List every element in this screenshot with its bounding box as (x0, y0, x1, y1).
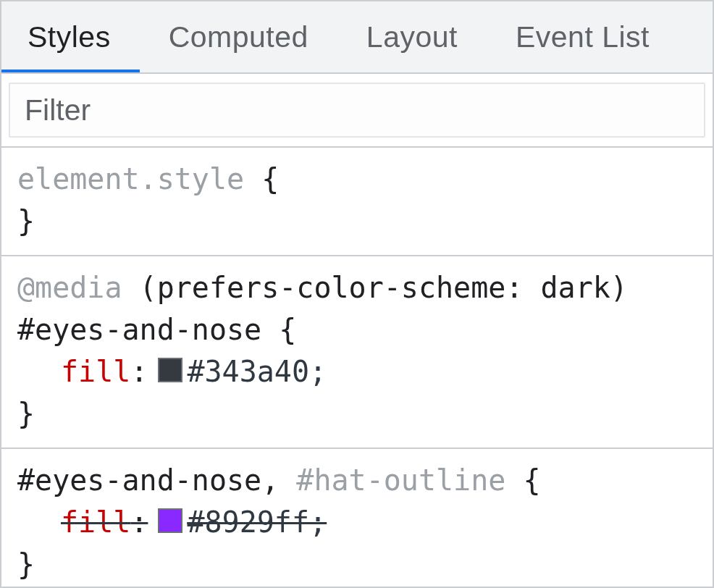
rule-selector[interactable]: #eyes-and-nose (17, 313, 261, 346)
media-line: @media (prefers-color-scheme: dark) (17, 266, 697, 308)
semicolon: ; (309, 350, 327, 392)
filter-bar (1, 74, 713, 148)
css-property[interactable]: fill (61, 501, 130, 543)
css-declaration-overridden[interactable]: fill: #8929ff; (17, 501, 697, 543)
style-rules: element.style { } @media (prefers-color-… (1, 148, 713, 587)
semicolon: ; (309, 501, 327, 543)
tab-computed[interactable]: Computed (140, 1, 337, 72)
colon: : (130, 501, 148, 543)
colon: : (130, 350, 148, 392)
tab-styles[interactable]: Styles (1, 1, 140, 72)
filter-input[interactable] (9, 83, 705, 138)
rule-selector[interactable]: element.style (17, 162, 244, 196)
color-swatch-icon[interactable] (158, 358, 182, 382)
tab-event-listeners[interactable]: Event List (487, 1, 679, 72)
css-value[interactable]: #343a40 (187, 350, 309, 392)
style-rule[interactable]: @media (prefers-color-scheme: dark) #eye… (1, 256, 713, 449)
color-swatch-icon[interactable] (158, 508, 182, 533)
media-condition-text: (prefers-color-scheme: dark) (140, 271, 628, 304)
color-value[interactable]: #8929ff; (158, 501, 327, 543)
panel-tabs: Styles Computed Layout Event List (1, 1, 713, 74)
tab-layout[interactable]: Layout (337, 1, 487, 72)
close-brace: } (17, 200, 697, 242)
rule-selector-line: #eyes-and-nose, #hat-outline { (17, 459, 697, 501)
rule-selector-line: #eyes-and-nose { (17, 308, 697, 350)
open-brace: { (261, 162, 279, 196)
css-value[interactable]: #8929ff (187, 501, 309, 543)
media-keyword: @media (17, 271, 122, 304)
css-property[interactable]: fill (61, 350, 130, 392)
color-value[interactable]: #343a40; (158, 350, 327, 392)
rule-selector-line: element.style { (17, 158, 697, 200)
style-rule[interactable]: #eyes-and-nose, #hat-outline { fill: #89… (1, 449, 713, 587)
close-brace: } (17, 543, 697, 585)
selector-separator: , (261, 463, 296, 497)
rule-selector-unmatched[interactable]: #hat-outline (296, 463, 505, 497)
style-rule[interactable]: element.style { } (1, 148, 713, 256)
css-declaration[interactable]: fill: #343a40; (17, 350, 697, 392)
open-brace: { (523, 463, 540, 497)
rule-selector[interactable]: #eyes-and-nose (17, 463, 261, 497)
close-brace: } (17, 392, 697, 434)
open-brace: { (279, 313, 296, 346)
styles-panel: Styles Computed Layout Event List elemen… (0, 0, 714, 588)
